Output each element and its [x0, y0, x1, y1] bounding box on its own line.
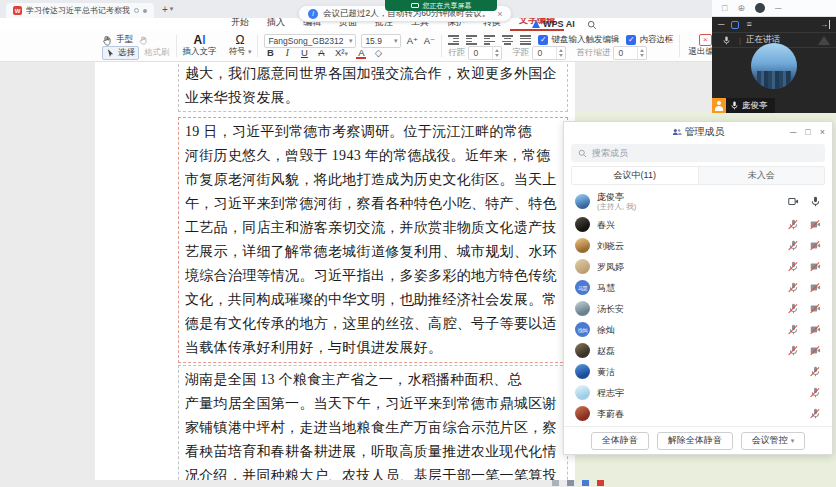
member-row[interactable]: 黄洁 [564, 361, 832, 382]
align-center-icon[interactable] [502, 35, 513, 44]
taskbar-icon[interactable] [597, 480, 604, 486]
tab-list-chevron-icon[interactable]: ▾ [170, 5, 174, 13]
font-size-select[interactable]: 15.9▾ [361, 34, 401, 48]
mic-muted-icon[interactable] [787, 324, 799, 336]
wps-ai-button[interactable]: WPS AI [532, 19, 575, 31]
mic-muted-icon[interactable] [787, 303, 799, 315]
notification-close-icon[interactable]: × [497, 9, 502, 19]
member-row[interactable]: 庞俊亭 (主持人, 我) [564, 188, 832, 214]
member-row[interactable]: 赵磊 [564, 340, 832, 361]
taskbar-icon[interactable] [552, 480, 559, 486]
mic-muted-icon[interactable] [809, 387, 821, 399]
panel-minimize-button[interactable]: ─ [790, 122, 796, 142]
ribbon-tab[interactable]: 开始 [222, 16, 258, 31]
member-row[interactable]: 春兴 [564, 214, 832, 235]
new-tab-button[interactable]: + [162, 4, 168, 15]
panel-tab[interactable]: 会议中(11) [572, 167, 699, 184]
layout-icon[interactable] [731, 21, 739, 29]
mic-muted-icon[interactable] [787, 219, 799, 231]
first-line-indent-stepper[interactable]: 首行缩进 0 [576, 46, 647, 60]
insert-text-button[interactable]: AI 插入文字 [183, 34, 217, 58]
camera-muted-icon[interactable] [809, 240, 821, 252]
text-line: 产量均居全国第一。当天下午，习近平来到常德市鼎城区谢 [185, 392, 561, 416]
text-line: 境综合治理等情况。习近平指出，多姿多彩的地方特色传统 [185, 264, 561, 288]
minimize-icon[interactable]: ─ [718, 17, 724, 32]
keyboard-trigger-checkbox[interactable]: ✓ 键盘输入触发编辑 [538, 34, 619, 46]
screen-sharing-banner[interactable]: 您正在共享屏幕 [385, 0, 497, 11]
grab-tool-icon[interactable] [138, 35, 149, 46]
member-row[interactable]: 汤长安 [564, 298, 832, 319]
decrease-font-button[interactable]: A⁻ [423, 35, 435, 46]
mic-muted-icon[interactable] [809, 408, 821, 420]
camera-muted-icon[interactable] [809, 219, 821, 231]
mute-all-button[interactable]: 全体静音 [591, 432, 649, 450]
panel-titlebar[interactable]: 管理成员 ─ □ × [564, 122, 832, 142]
unmute-all-button[interactable]: 解除全体静音 [657, 432, 733, 450]
decrease-indent-icon[interactable] [448, 35, 459, 44]
ribbon-search-icon[interactable] [587, 20, 597, 31]
window-minimize-icon[interactable]: ─ [775, 0, 781, 17]
watermark-logo-icon [818, 36, 830, 45]
account-avatar[interactable] [755, 3, 765, 13]
panel-footer: 全体静音 解除全体静音 会议管控 ▾ [564, 426, 832, 454]
member-row[interactable]: 罗凤婷 [564, 256, 832, 277]
text-box-paragraph-2[interactable]: 19 日，习近平到常德市考察调研。位于沅江江畔的常德河街历史悠久，曾毁于 194… [178, 117, 568, 363]
member-row[interactable]: 李蔚春 [564, 403, 832, 424]
document-tab[interactable]: W 学习传达习近平总书记考察我 [6, 3, 154, 18]
camera-muted-icon[interactable] [809, 261, 821, 273]
tab-close-icon[interactable] [143, 9, 147, 13]
mic-muted-icon[interactable] [787, 282, 799, 294]
member-row[interactable]: 马慧 马慧 [564, 277, 832, 298]
strikethrough-button[interactable]: A [315, 47, 327, 58]
symbol-button[interactable]: Ω 符号 ▾ [229, 34, 252, 58]
font-color-button[interactable]: A [355, 47, 367, 58]
meeting-video-window[interactable]: ─ ≡ → | 正在讲话 庞俊亭 [712, 17, 836, 113]
increase-indent-icon[interactable] [466, 35, 477, 44]
ribbon-tab[interactable]: 插入 [258, 16, 294, 31]
hand-tool-button[interactable]: 手型 [102, 34, 133, 46]
taskbar-icon[interactable] [582, 480, 589, 486]
member-row[interactable]: 程志宇 [564, 382, 832, 403]
member-row[interactable]: 徐灿 徐灿 [564, 319, 832, 340]
camera-muted-icon[interactable] [809, 303, 821, 315]
menu-icon[interactable]: ≡ [746, 17, 751, 32]
mic-muted-icon[interactable] [787, 240, 799, 252]
camera-muted-icon[interactable] [809, 282, 821, 294]
line-spacing-stepper[interactable]: 行距 0 [448, 46, 502, 60]
highlight-button[interactable]: ◇ [372, 47, 384, 58]
camera-muted-icon[interactable] [809, 345, 821, 357]
underline-button[interactable]: U [298, 47, 310, 58]
window-settings-icon[interactable]: ⊕ [737, 0, 745, 17]
mic-muted-icon[interactable] [787, 345, 799, 357]
taskbar-icon[interactable] [567, 480, 574, 486]
increase-font-button[interactable]: A⁺ [406, 35, 418, 46]
camera-on-icon[interactable] [787, 195, 799, 207]
text-box-paragraph-1[interactable]: 越大，我们愿意同世界各国加强交流合作，欢迎更多外国企业来华投资发展。 [178, 62, 568, 112]
member-row[interactable]: 刘晓云 [564, 235, 832, 256]
panel-tab[interactable]: 未入会 [699, 167, 825, 184]
content-border-checkbox[interactable]: ✓ 内容边框 [626, 34, 673, 46]
font-family-select[interactable]: FangSong_GB2312▾ [264, 34, 356, 48]
document-page: 越大，我们愿意同世界各国加强交流合作，欢迎更多外国企业来华投资发展。 19 日，… [95, 62, 575, 480]
superscript-button[interactable]: X²▾ [332, 47, 350, 58]
italic-button[interactable]: I [281, 48, 293, 58]
window-restore-icon[interactable]: □ [722, 0, 727, 17]
panel-close-button[interactable]: × [820, 122, 825, 142]
avatar [575, 194, 590, 209]
align-left-icon[interactable] [484, 35, 495, 44]
text-line: 当载体传承好利用好，与时俱进发展好。 [185, 336, 561, 360]
bold-button[interactable]: B [264, 47, 276, 58]
meeting-control-button[interactable]: 会议管控 ▾ [741, 432, 806, 450]
format-painter-button[interactable]: 格式刷 [144, 47, 170, 59]
mic-muted-icon[interactable] [787, 261, 799, 273]
panel-maximize-button[interactable]: □ [805, 122, 810, 142]
member-search-input[interactable]: 搜索成员 [571, 144, 825, 162]
select-tool-button[interactable]: 选择 [102, 46, 139, 60]
text-box-paragraph-3[interactable]: 湖南是全国 13 个粮食主产省之一，水稻播种面积、总产量均居全国第一。当天下午，… [178, 365, 568, 480]
mic-muted-icon[interactable] [809, 366, 821, 378]
char-spacing-stepper[interactable]: 字距 0 [512, 46, 566, 60]
camera-muted-icon[interactable] [809, 324, 821, 336]
align-justify-icon[interactable] [520, 35, 531, 44]
mic-on-icon[interactable] [809, 195, 821, 207]
expand-icon[interactable]: → [820, 20, 830, 29]
